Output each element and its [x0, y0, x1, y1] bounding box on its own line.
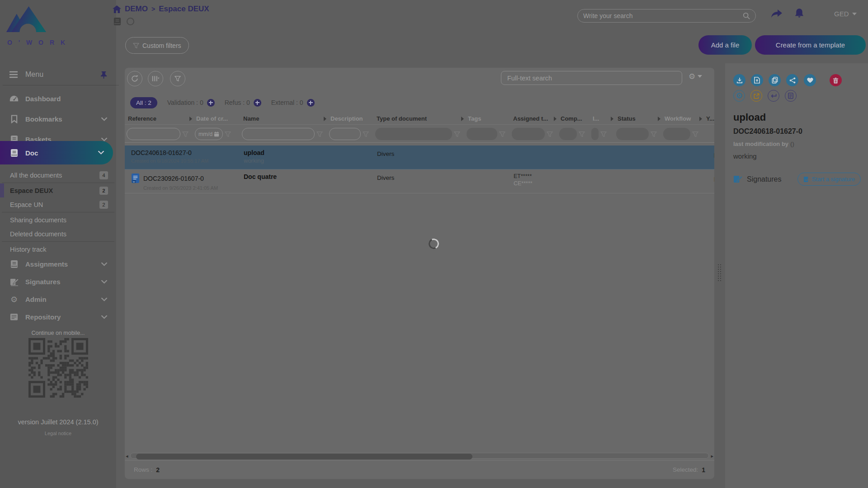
sidebar-item-assignments[interactable]: Assignments: [0, 255, 116, 273]
pin-icon[interactable]: [100, 71, 107, 79]
filter-select-type-of-document[interactable]: [375, 128, 452, 140]
funnel-icon[interactable]: [547, 131, 553, 137]
caret-right-icon[interactable]: [658, 117, 660, 121]
scrollbar-thumb[interactable]: [136, 454, 472, 460]
legal-notice-link[interactable]: Legal notice: [0, 431, 116, 436]
sidebar-menu-toggle[interactable]: Menu: [0, 67, 116, 82]
sidebar-item-bookmarks[interactable]: Bookmarks: [0, 109, 116, 129]
copy-button[interactable]: [769, 74, 781, 86]
horizontal-scrollbar[interactable]: ◂ ▸: [126, 452, 713, 459]
start-signature-button[interactable]: Start a signature: [797, 173, 861, 186]
column-header-name[interactable]: Name: [240, 113, 327, 124]
column-header-reference[interactable]: Reference: [125, 113, 193, 124]
journal-icon[interactable]: [113, 17, 121, 26]
sidebar-item-sharing-documents[interactable]: Sharing documents: [0, 213, 116, 227]
filter-button[interactable]: [170, 71, 185, 86]
filter-input-name[interactable]: [242, 128, 315, 140]
filter-input-description[interactable]: [329, 128, 361, 140]
table-row[interactable]: DOC240618-01627-0Created on 6/18/2024 10…: [125, 145, 714, 169]
sidebar-item-doc[interactable]: Doc: [0, 141, 113, 164]
breadcrumb-current[interactable]: Espace DEUX: [159, 5, 209, 14]
funnel-icon[interactable]: [692, 131, 698, 137]
column-header-status[interactable]: Status: [614, 113, 661, 124]
tab-all-2[interactable]: All : 2: [130, 97, 157, 108]
scroll-right-icon[interactable]: ▸: [711, 453, 713, 459]
plus-circle-icon[interactable]: [307, 99, 315, 107]
column-header-assigned-t[interactable]: Assigned t...: [510, 113, 557, 124]
tab-validation-0[interactable]: Validation : 0: [167, 99, 215, 107]
table-row[interactable]: wDOC230926-01607-0Created on 9/26/2023 2…: [125, 169, 714, 193]
column-header-description[interactable]: Description: [327, 113, 373, 124]
caret-right-icon[interactable]: [554, 117, 557, 121]
column-header-comp[interactable]: Comp...: [557, 113, 590, 124]
caret-right-icon[interactable]: [611, 117, 613, 121]
share-nodes-button[interactable]: [786, 74, 798, 86]
return-button[interactable]: [768, 90, 779, 102]
search-icon[interactable]: [743, 12, 750, 19]
filter-select-workflow[interactable]: [663, 128, 690, 140]
filter-date-date-of-cr[interactable]: mm/d: [195, 128, 223, 140]
filter-select-assigned-t[interactable]: [512, 128, 545, 140]
filter-select-comp[interactable]: [559, 128, 577, 140]
funnel-icon[interactable]: [316, 131, 323, 137]
sidebar-item-repository[interactable]: Repository: [0, 308, 116, 326]
home-icon[interactable]: [113, 5, 121, 13]
sidebar-item-history-track[interactable]: History track: [0, 242, 116, 256]
funnel-icon[interactable]: [579, 131, 585, 137]
gear-button[interactable]: ⚙: [733, 90, 745, 102]
funnel-icon[interactable]: [363, 131, 369, 137]
table-settings-button[interactable]: ⚙: [689, 72, 702, 81]
create-from-template-button[interactable]: Create from a template: [755, 35, 866, 55]
funnel-icon[interactable]: [182, 131, 189, 137]
heart-button[interactable]: [804, 74, 816, 86]
scrollbar-track[interactable]: [130, 453, 709, 459]
filter-select-status[interactable]: [616, 128, 649, 140]
filter-select-tags[interactable]: [467, 128, 497, 140]
funnel-icon[interactable]: [225, 131, 231, 137]
sidebar-item-espace-deux[interactable]: Espace DEUX2: [0, 183, 116, 197]
column-header-y[interactable]: Y...: [703, 113, 714, 124]
filter-select-i[interactable]: [591, 128, 599, 140]
sidebar-item-deleted-documents[interactable]: Deleted documents: [0, 227, 116, 241]
tab-external-0[interactable]: External : 0: [271, 99, 315, 107]
caret-right-icon[interactable]: [189, 117, 192, 121]
file-upload-button[interactable]: [751, 74, 763, 86]
sidebar-item-dashboard[interactable]: Dashboard: [0, 89, 116, 109]
columns-button[interactable]: [148, 71, 163, 86]
scroll-left-icon[interactable]: ◂: [126, 453, 128, 459]
funnel-icon[interactable]: [454, 131, 460, 137]
notifications-bell-icon[interactable]: [794, 8, 805, 19]
funnel-icon[interactable]: [499, 131, 505, 137]
global-search-input[interactable]: Write your search: [577, 9, 756, 23]
sidebar-item-signatures[interactable]: Signatures: [0, 273, 116, 291]
external-link-button[interactable]: [750, 90, 762, 102]
column-header-i[interactable]: I...: [590, 113, 614, 124]
panel-resize-handle[interactable]: [718, 264, 722, 282]
column-header-tags[interactable]: Tags: [465, 113, 510, 124]
plus-circle-icon[interactable]: [207, 99, 215, 107]
tab-refus-0[interactable]: Refus : 0: [225, 99, 261, 107]
plus-circle-icon[interactable]: [254, 99, 261, 107]
sidebar-item-espace-un[interactable]: Espace UN2: [0, 197, 116, 211]
file-button[interactable]: [785, 90, 797, 102]
share-forward-icon[interactable]: [771, 9, 783, 19]
sidebar-item-all-the-documents[interactable]: All the documents4: [0, 168, 116, 182]
column-header-date-of-cr[interactable]: Date of cr...: [193, 113, 240, 124]
caret-right-icon[interactable]: [699, 117, 702, 121]
caret-right-icon[interactable]: [461, 117, 464, 121]
caret-right-icon[interactable]: [324, 117, 326, 121]
funnel-icon[interactable]: [600, 131, 607, 137]
trash-button[interactable]: [830, 74, 842, 86]
funnel-icon[interactable]: [651, 131, 657, 137]
column-header-type-of-document[interactable]: Type of document: [373, 113, 465, 124]
filter-input-reference[interactable]: [127, 128, 180, 140]
add-file-button[interactable]: Add a file: [698, 35, 752, 55]
column-header-workflow[interactable]: Workflow: [661, 113, 703, 124]
fulltext-search-input[interactable]: Full-text search: [501, 71, 682, 85]
refresh-button[interactable]: [127, 71, 142, 86]
breadcrumb-home[interactable]: DEMO: [125, 5, 148, 14]
sidebar-item-admin[interactable]: ⚙Admin: [0, 291, 116, 308]
profile-menu[interactable]: GED: [834, 10, 857, 18]
download-button[interactable]: [733, 74, 745, 86]
custom-filters-button[interactable]: Custom filters: [125, 37, 189, 54]
